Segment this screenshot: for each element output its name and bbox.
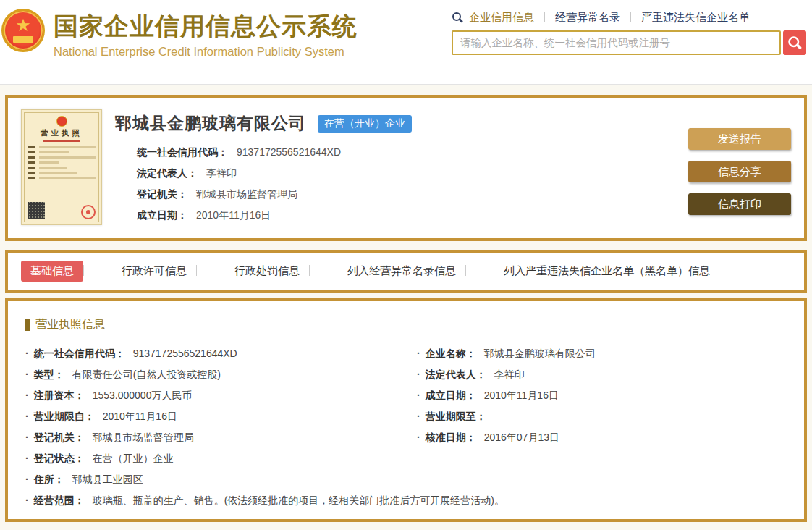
action-buttons: 发送报告 信息分享 信息打印	[688, 109, 791, 227]
bullet-icon	[417, 411, 420, 422]
detail-field: 法定代表人：李祥印	[417, 363, 787, 384]
detail-field: 核准日期：2016年07月13日	[417, 426, 787, 447]
search-tab[interactable]: 企业信用信息	[469, 11, 534, 25]
search-button[interactable]	[783, 30, 806, 55]
detail-field: 企业名称：郓城县金鹏玻璃有限公司	[417, 342, 787, 363]
national-emblem-logo: ★	[1, 9, 45, 52]
summary-field: 统一社会信用代码：9137172556521644XD	[137, 142, 688, 163]
license-divider	[43, 140, 80, 142]
bullet-icon	[417, 348, 420, 359]
bullet-icon	[25, 474, 29, 485]
search-tab[interactable]: 经营异常名录	[534, 11, 620, 25]
license-title: 营业执照	[28, 128, 96, 138]
action-button[interactable]: 信息分享	[688, 161, 791, 182]
site-header: ★ 国家企业信用信息公示系统 National Enterprise Credi…	[0, 0, 812, 85]
info-tab[interactable]: 列入经营异常名录信息	[309, 261, 465, 282]
search-area: 企业信用信息 经营异常名录 严重违法失信企业名单	[452, 9, 806, 55]
summary-field-list: 统一社会信用代码：9137172556521644XD 法定代表人：李祥印 登记…	[137, 142, 688, 226]
detail-field-list: 统一社会信用代码：9137172556521644XD 企业名称：郓城县金鹏玻璃…	[25, 342, 787, 510]
bullet-icon	[25, 390, 29, 401]
search-input[interactable]	[452, 30, 781, 55]
site-subtitle: National Enterprise Credit Information P…	[54, 45, 358, 59]
info-tab[interactable]: 行政许可信息	[83, 261, 196, 282]
status-badge: 在营（开业）企业	[318, 115, 412, 132]
site-titles: 国家企业信用信息公示系统 National Enterprise Credit …	[54, 6, 358, 59]
bullet-icon	[417, 432, 420, 443]
action-button[interactable]: 发送报告	[688, 128, 791, 150]
info-tab[interactable]: 列入严重违法失信企业名单（黑名单）信息	[465, 261, 719, 282]
license-bottom	[28, 202, 96, 219]
search-box	[452, 30, 806, 55]
search-tab[interactable]: 严重违法失信企业名单	[620, 11, 750, 25]
bullet-icon	[25, 369, 29, 380]
search-category-tabs: 企业信用信息 经营异常名录 严重违法失信企业名单	[452, 9, 806, 25]
bullet-icon	[25, 348, 29, 359]
bullet-icon	[25, 495, 29, 506]
action-button[interactable]: 信息打印	[688, 193, 791, 215]
site-title: 国家企业信用信息公示系统	[54, 10, 358, 43]
search-tab-list: 企业信用信息 经营异常名录 严重违法失信企业名单	[469, 11, 750, 25]
detail-field: 住所：郓城县工业园区	[25, 468, 787, 489]
info-tabs-card: 基础信息 行政许可信息 行政处罚信息 列入经营异常名录信息 列入严重违法失信企业…	[5, 250, 807, 293]
company-name: 郓城县金鹏玻璃有限公司	[115, 112, 306, 135]
info-tab[interactable]: 行政处罚信息	[196, 261, 309, 282]
bullet-icon	[417, 390, 420, 401]
detail-field: 统一社会信用代码：9137172556521644XD	[25, 342, 395, 363]
license-emblem-icon	[56, 116, 67, 127]
bullet-icon	[25, 453, 29, 464]
red-seal-icon	[81, 205, 96, 219]
info-tab-list: 基础信息 行政许可信息 行政处罚信息 列入经营异常名录信息 列入严重违法失信企业…	[21, 261, 791, 282]
bullet-icon	[25, 411, 29, 422]
detail-field: 登记状态：在营（开业）企业	[25, 447, 395, 468]
summary-field: 登记机关：郓城县市场监督管理局	[137, 184, 688, 205]
summary-field: 成立日期：2010年11月16日	[137, 205, 688, 226]
detail-field: 营业期限至：	[417, 405, 787, 426]
detail-field: 类型：有限责任公司(自然人投资或控股)	[25, 363, 395, 384]
section-title-bar	[25, 319, 30, 331]
detail-field: 成立日期：2010年11月16日	[417, 384, 787, 405]
detail-field: 登记机关：郓城县市场监督管理局	[25, 426, 395, 447]
section-title-text: 营业执照信息	[35, 317, 105, 332]
summary-field: 法定代表人：李祥印	[137, 163, 688, 184]
bullet-icon	[417, 369, 420, 380]
detail-field: 注册资本：1553.000000万人民币	[25, 384, 395, 405]
detail-field: 营业期限自：2010年11月16日	[25, 405, 395, 426]
details-card: 营业执照信息 统一社会信用代码：9137172556521644XD 企业名称：…	[5, 298, 807, 522]
summary-main: 郓城县金鹏玻璃有限公司 在营（开业）企业 统一社会信用代码：9137172556…	[102, 109, 688, 227]
page-body: 营业执照 郓城县金鹏玻璃有限公司 在营（开业）企业 统一社会信用代码：913	[0, 85, 812, 530]
bullet-icon	[25, 432, 29, 443]
star-icon: ★	[15, 17, 31, 34]
detail-field: 经营范围：玻璃瓶、瓶盖的生产、销售。(依法须经批准的项目，经相关部门批准后方可开…	[25, 489, 787, 510]
qr-code-icon	[28, 202, 45, 219]
search-icon	[787, 35, 802, 50]
search-icon	[452, 12, 463, 23]
business-license-thumbnail: 营业执照	[21, 109, 102, 225]
company-summary-card: 营业执照 郓城县金鹏玻璃有限公司 在营（开业）企业 统一社会信用代码：913	[5, 95, 807, 241]
info-tab[interactable]: 基础信息	[21, 261, 83, 282]
section-title: 营业执照信息	[25, 317, 787, 332]
